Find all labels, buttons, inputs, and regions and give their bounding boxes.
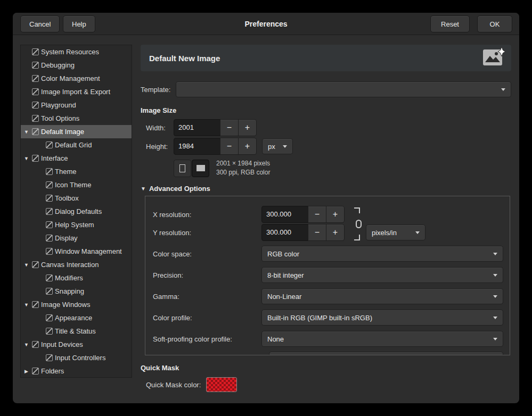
sidebar-item-image-import-export[interactable]: Image Import & Export (21, 85, 132, 98)
sidebar-item-tool-options[interactable]: Tool Options (21, 112, 132, 125)
help-button[interactable]: Help (63, 15, 95, 32)
soft-proofing-dropdown[interactable]: None (261, 331, 503, 347)
sidebar-item-label: Interface (41, 154, 68, 162)
help-system-icon (46, 221, 53, 228)
sidebar-item-input-controllers[interactable]: Input Controllers (21, 351, 132, 364)
sidebar-item-theme[interactable]: Theme (21, 165, 132, 178)
template-dropdown[interactable] (176, 81, 511, 97)
sidebar-item-system-resources[interactable]: System Resources (21, 45, 132, 59)
size-summary-pixels: 2001 × 1984 pixels (216, 159, 270, 168)
sidebar-item-label: Folders (41, 367, 64, 375)
width-input[interactable]: 2001 (174, 119, 220, 136)
window-management-icon (46, 248, 53, 255)
expander-icon[interactable]: ▼ (23, 302, 30, 307)
advanced-expander-icon[interactable]: ▼ (141, 186, 146, 192)
sidebar-item-canvas-interaction[interactable]: ▼Canvas Interaction (21, 258, 132, 271)
y-resolution-label: Y resolution: (153, 229, 261, 237)
width-row: Width: 2001 − + (141, 119, 511, 136)
y-resolution-decrement-button[interactable]: − (308, 224, 326, 241)
landscape-icon (197, 165, 205, 171)
orientation-row: 2001 × 1984 pixels 300 ppi, RGB color (141, 159, 511, 177)
height-decrement-button[interactable]: − (220, 138, 239, 155)
height-input[interactable]: 1984 (174, 138, 220, 155)
x-resolution-decrement-button[interactable]: − (308, 206, 326, 223)
sidebar-item-input-devices[interactable]: ▼Input Devices (21, 338, 132, 351)
quick-mask-section-title: Quick Mask (141, 364, 511, 372)
sidebar-item-modifiers[interactable]: Modifiers (21, 271, 132, 285)
sidebar-item-title-status[interactable]: Title & Status (21, 325, 132, 338)
modifiers-icon (46, 274, 53, 281)
gamma-row: Gamma: Non-Linear (153, 288, 503, 305)
quick-mask-row: Quick Mask color: (141, 377, 511, 393)
sidebar-item-icon-theme[interactable]: Icon Theme (21, 178, 132, 192)
x-resolution-label: X resolution: (153, 211, 261, 219)
width-increment-button[interactable]: + (238, 119, 257, 136)
chevron-down-icon (283, 145, 287, 148)
sidebar-item-interface[interactable]: ▼Interface (21, 152, 132, 165)
reset-button[interactable]: Reset (430, 15, 470, 32)
sidebar-item-label: Snapping (55, 287, 84, 295)
gamma-dropdown[interactable]: Non-Linear (261, 288, 503, 304)
quick-mask-color-swatch[interactable] (206, 377, 237, 392)
sidebar-item-appearance[interactable]: Appearance (21, 311, 132, 325)
default-image-icon (32, 128, 39, 135)
appearance-icon (46, 314, 53, 321)
expander-icon[interactable]: ▶ (23, 369, 30, 374)
sidebar-item-label: Image Windows (41, 301, 90, 309)
precision-dropdown[interactable]: 8-bit integer (261, 267, 503, 283)
color-profile-dropdown[interactable]: Built-in RGB (GIMP built-in sRGB) (261, 310, 503, 326)
sidebar-item-playground[interactable]: Playground (21, 98, 132, 112)
soft-proofing-label: Soft-proofing color profile: (153, 335, 261, 343)
width-spinner: 2001 − + (174, 119, 257, 136)
sidebar-item-label: Input Devices (41, 340, 83, 348)
width-label: Width: (146, 124, 174, 132)
main-panel: Default New Image Template: Image Size W… (141, 43, 511, 393)
sidebar-item-default-grid[interactable]: Default Grid (21, 138, 132, 152)
sidebar-item-label: Input Controllers (55, 354, 105, 362)
expander-icon[interactable]: ▼ (23, 129, 30, 135)
sidebar-item-display[interactable]: Display (21, 231, 132, 245)
y-resolution-input[interactable]: 300.000 (261, 224, 308, 241)
sidebar-item-folders[interactable]: ▶Folders (21, 364, 132, 378)
sidebar-item-debugging[interactable]: Debugging (21, 59, 132, 72)
sidebar-item-default-image[interactable]: ▼Default Image (21, 125, 132, 138)
sidebar-item-label: Icon Theme (55, 181, 91, 189)
ok-button[interactable]: OK (477, 15, 512, 32)
sidebar-item-label: Default Image (41, 128, 84, 136)
resolution-unit-value: pixels/in (372, 229, 397, 237)
landscape-orientation-button[interactable] (192, 160, 209, 177)
sidebar-item-toolbox[interactable]: Toolbox (21, 192, 132, 205)
width-decrement-button[interactable]: − (220, 119, 239, 136)
page-title: Default New Image (149, 54, 481, 63)
sidebar-item-label: Title & Status (55, 327, 96, 335)
x-resolution-increment-button[interactable]: + (326, 206, 345, 223)
portrait-orientation-button[interactable] (174, 160, 191, 177)
chain-link-icon[interactable] (352, 207, 363, 241)
sidebar-item-color-management[interactable]: Color Management (21, 72, 132, 85)
expander-icon[interactable]: ▼ (23, 342, 30, 347)
unit-dropdown[interactable]: px (262, 138, 293, 154)
sidebar-item-dialog-defaults[interactable]: Dialog Defaults (21, 205, 132, 218)
debugging-icon (32, 62, 39, 69)
sidebar-item-snapping[interactable]: Snapping (21, 285, 132, 298)
template-label: Template: (141, 86, 176, 94)
advanced-options-header[interactable]: ▼ Advanced Options (141, 185, 511, 193)
sidebar-item-image-windows[interactable]: ▼Image Windows (21, 298, 132, 311)
sidebar-item-label: Playground (41, 101, 76, 109)
x-resolution-input[interactable]: 300.000 (261, 206, 308, 223)
unit-dropdown-value: px (268, 143, 275, 151)
y-resolution-increment-button[interactable]: + (326, 224, 345, 241)
height-increment-button[interactable]: + (238, 138, 257, 155)
color-space-dropdown[interactable]: RGB color (261, 246, 503, 262)
sidebar-item-window-management[interactable]: Window Management (21, 245, 132, 258)
resolution-unit-dropdown[interactable]: pixels/in (366, 224, 425, 240)
expander-icon[interactable]: ▼ (23, 156, 30, 161)
portrait-icon (179, 164, 185, 172)
sidebar-item-label: Appearance (55, 314, 92, 322)
sidebar-item-label: System Resources (41, 48, 99, 56)
chevron-down-icon (501, 88, 505, 91)
expander-icon[interactable]: ▼ (23, 262, 30, 268)
dialog-defaults-icon (46, 208, 53, 215)
cancel-button[interactable]: Cancel (20, 15, 60, 32)
sidebar-item-help-system[interactable]: Help System (21, 218, 132, 231)
